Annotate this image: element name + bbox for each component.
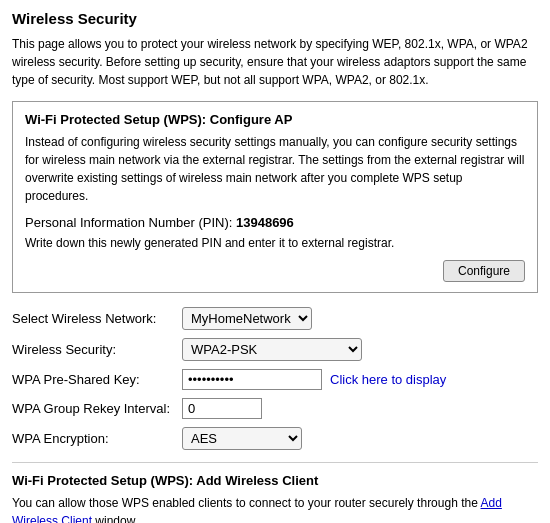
wps-configure-box: Wi-Fi Protected Setup (WPS): Configure A… — [12, 101, 538, 293]
security-control: WPA2-PSK WPA-PSK WEP 802.1x None — [182, 338, 362, 361]
encryption-row: WPA Encryption: AES TKIP AES+TKIP — [12, 427, 538, 450]
encryption-label: WPA Encryption: — [12, 431, 182, 446]
rekey-label: WPA Group Rekey Interval: — [12, 401, 182, 416]
psk-input[interactable] — [182, 369, 322, 390]
security-select[interactable]: WPA2-PSK WPA-PSK WEP 802.1x None — [182, 338, 362, 361]
intro-text: This page allows you to protect your wir… — [12, 35, 538, 89]
rekey-control — [182, 398, 262, 419]
psk-control: Click here to display — [182, 369, 446, 390]
rekey-row: WPA Group Rekey Interval: — [12, 398, 538, 419]
display-link[interactable]: Click here to display — [330, 372, 446, 387]
pin-value: 13948696 — [236, 215, 294, 230]
wps-client-heading: Wi-Fi Protected Setup (WPS): Add Wireles… — [12, 473, 538, 488]
page-title: Wireless Security — [12, 10, 538, 27]
encryption-select[interactable]: AES TKIP AES+TKIP — [182, 427, 302, 450]
wps-client-desc-before: You can allow those WPS enabled clients … — [12, 496, 481, 510]
security-row: Wireless Security: WPA2-PSK WPA-PSK WEP … — [12, 338, 538, 361]
network-control: MyHomeNetwork — [182, 307, 312, 330]
rekey-input[interactable] — [182, 398, 262, 419]
pin-row: Personal Information Number (PIN): 13948… — [25, 215, 525, 230]
pin-note: Write down this newly generated PIN and … — [25, 236, 525, 250]
section-divider — [12, 462, 538, 463]
encryption-control: AES TKIP AES+TKIP — [182, 427, 302, 450]
configure-btn-row: Configure — [25, 260, 525, 282]
security-label: Wireless Security: — [12, 342, 182, 357]
wps-configure-heading: Wi-Fi Protected Setup (WPS): Configure A… — [25, 112, 525, 127]
configure-button[interactable]: Configure — [443, 260, 525, 282]
pin-label: Personal Information Number (PIN): — [25, 215, 232, 230]
network-label: Select Wireless Network: — [12, 311, 182, 326]
wps-client-desc-after: window. — [92, 514, 138, 523]
network-row: Select Wireless Network: MyHomeNetwork — [12, 307, 538, 330]
psk-row: WPA Pre-Shared Key: Click here to displa… — [12, 369, 538, 390]
network-select[interactable]: MyHomeNetwork — [182, 307, 312, 330]
wps-client-desc: You can allow those WPS enabled clients … — [12, 494, 538, 523]
wps-configure-desc: Instead of configuring wireless security… — [25, 133, 525, 205]
wireless-form: Select Wireless Network: MyHomeNetwork W… — [12, 307, 538, 450]
psk-label: WPA Pre-Shared Key: — [12, 372, 182, 387]
